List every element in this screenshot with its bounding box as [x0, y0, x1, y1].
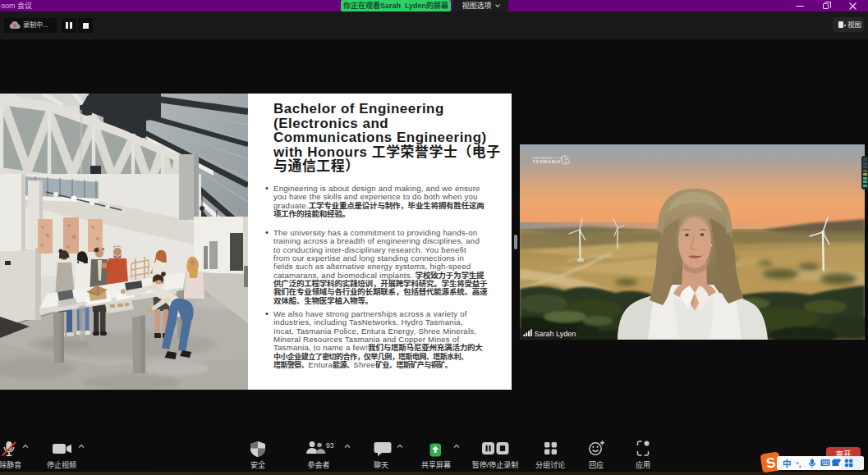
svg-text:应用: 应用 — [636, 460, 650, 469]
svg-text:93: 93 — [326, 441, 334, 450]
svg-text:解除静音: 解除静音 — [0, 460, 21, 469]
svg-text:Sarah Lyden: Sarah Lyden — [535, 330, 576, 338]
svg-text:参会者: 参会者 — [307, 460, 329, 469]
svg-text:分组讨论: 分组讨论 — [535, 460, 565, 469]
svg-text:TASMANIA: TASMANIA — [533, 159, 562, 164]
svg-text:停止视频: 停止视频 — [47, 460, 76, 469]
svg-text:暂停/停止录制: 暂停/停止录制 — [472, 460, 519, 469]
svg-text:安全: 安全 — [250, 460, 265, 469]
svg-text:中: 中 — [783, 459, 792, 468]
svg-text:聊天: 聊天 — [374, 460, 388, 469]
svg-text:回应: 回应 — [589, 460, 604, 469]
svg-text:°,: °, — [796, 459, 801, 468]
svg-text:共享屏幕: 共享屏幕 — [421, 460, 451, 469]
